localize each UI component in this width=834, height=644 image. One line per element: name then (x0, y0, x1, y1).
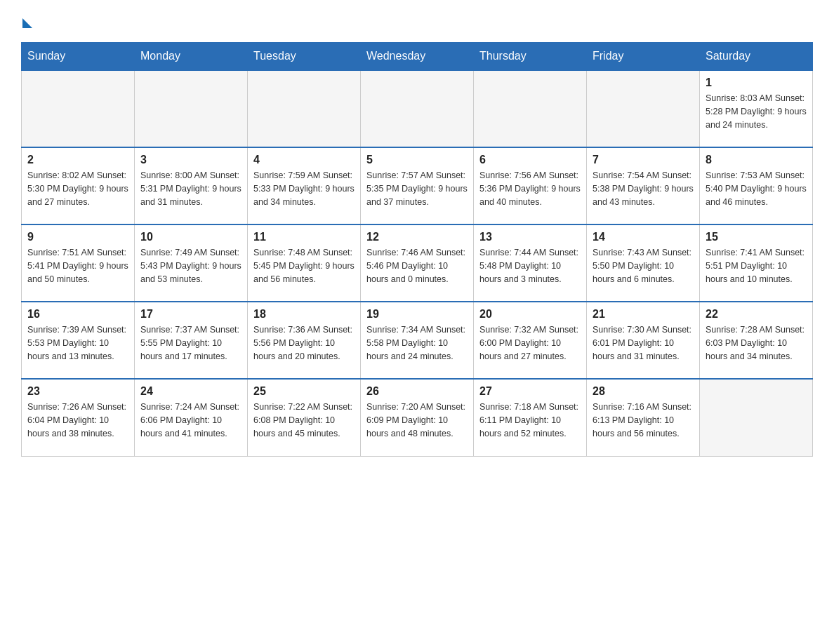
day-info: Sunrise: 7:26 AM Sunset: 6:04 PM Dayligh… (27, 401, 128, 440)
calendar-week-row: 23Sunrise: 7:26 AM Sunset: 6:04 PM Dayli… (22, 379, 813, 456)
day-number: 26 (366, 385, 468, 398)
calendar-header-saturday: Saturday (700, 43, 813, 71)
calendar-cell (135, 70, 248, 147)
day-number: 10 (140, 231, 241, 243)
day-info: Sunrise: 7:48 AM Sunset: 5:45 PM Dayligh… (253, 246, 355, 286)
day-number: 23 (27, 385, 128, 398)
logo-triangle-icon (22, 18, 32, 28)
calendar-cell: 26Sunrise: 7:20 AM Sunset: 6:09 PM Dayli… (361, 379, 474, 456)
calendar-cell: 3Sunrise: 8:00 AM Sunset: 5:31 PM Daylig… (135, 147, 248, 224)
day-info: Sunrise: 7:53 AM Sunset: 5:40 PM Dayligh… (706, 169, 807, 208)
day-number: 24 (140, 385, 241, 398)
day-number: 14 (593, 231, 694, 243)
day-number: 8 (706, 154, 807, 166)
day-info: Sunrise: 7:18 AM Sunset: 6:11 PM Dayligh… (479, 401, 581, 440)
day-info: Sunrise: 7:44 AM Sunset: 5:48 PM Dayligh… (479, 246, 581, 286)
day-number: 17 (140, 308, 241, 321)
logo (21, 14, 32, 28)
calendar-cell: 18Sunrise: 7:36 AM Sunset: 5:56 PM Dayli… (248, 302, 361, 379)
calendar-header-thursday: Thursday (474, 43, 587, 71)
day-number: 4 (253, 154, 355, 166)
calendar-header-monday: Monday (135, 43, 248, 71)
day-info: Sunrise: 7:37 AM Sunset: 5:55 PM Dayligh… (140, 323, 241, 363)
day-number: 2 (27, 154, 128, 166)
day-info: Sunrise: 7:54 AM Sunset: 5:38 PM Dayligh… (593, 169, 694, 208)
calendar-cell: 19Sunrise: 7:34 AM Sunset: 5:58 PM Dayli… (361, 302, 474, 379)
calendar-cell: 9Sunrise: 7:51 AM Sunset: 5:41 PM Daylig… (22, 224, 135, 302)
calendar-cell: 15Sunrise: 7:41 AM Sunset: 5:51 PM Dayli… (700, 224, 813, 302)
day-number: 5 (366, 154, 468, 166)
calendar-header-friday: Friday (587, 43, 700, 71)
calendar-cell: 27Sunrise: 7:18 AM Sunset: 6:11 PM Dayli… (474, 379, 587, 456)
day-number: 18 (253, 308, 355, 321)
day-number: 21 (593, 308, 694, 321)
calendar-cell: 22Sunrise: 7:28 AM Sunset: 6:03 PM Dayli… (700, 302, 813, 379)
calendar-cell (587, 70, 700, 147)
day-info: Sunrise: 7:22 AM Sunset: 6:08 PM Dayligh… (253, 401, 355, 440)
calendar-cell: 20Sunrise: 7:32 AM Sunset: 6:00 PM Dayli… (474, 302, 587, 379)
day-info: Sunrise: 7:28 AM Sunset: 6:03 PM Dayligh… (706, 323, 807, 363)
day-info: Sunrise: 7:32 AM Sunset: 6:00 PM Dayligh… (479, 323, 581, 363)
day-info: Sunrise: 8:00 AM Sunset: 5:31 PM Dayligh… (140, 169, 241, 208)
calendar-cell: 16Sunrise: 7:39 AM Sunset: 5:53 PM Dayli… (22, 302, 135, 379)
day-info: Sunrise: 7:49 AM Sunset: 5:43 PM Dayligh… (140, 246, 241, 286)
day-number: 20 (479, 308, 581, 321)
day-number: 15 (706, 231, 807, 243)
day-info: Sunrise: 7:46 AM Sunset: 5:46 PM Dayligh… (366, 246, 468, 286)
day-info: Sunrise: 8:02 AM Sunset: 5:30 PM Dayligh… (27, 169, 128, 208)
calendar-cell (248, 70, 361, 147)
day-info: Sunrise: 7:43 AM Sunset: 5:50 PM Dayligh… (593, 246, 694, 286)
calendar-cell: 13Sunrise: 7:44 AM Sunset: 5:48 PM Dayli… (474, 224, 587, 302)
calendar-cell (361, 70, 474, 147)
day-info: Sunrise: 7:30 AM Sunset: 6:01 PM Dayligh… (593, 323, 694, 363)
day-number: 22 (706, 308, 807, 321)
calendar-cell: 6Sunrise: 7:56 AM Sunset: 5:36 PM Daylig… (474, 147, 587, 224)
day-info: Sunrise: 8:03 AM Sunset: 5:28 PM Dayligh… (706, 92, 807, 131)
day-info: Sunrise: 7:16 AM Sunset: 6:13 PM Dayligh… (593, 401, 694, 440)
calendar-cell: 7Sunrise: 7:54 AM Sunset: 5:38 PM Daylig… (587, 147, 700, 224)
calendar-cell: 1Sunrise: 8:03 AM Sunset: 5:28 PM Daylig… (700, 70, 813, 147)
page-header (21, 14, 813, 28)
calendar-cell: 2Sunrise: 8:02 AM Sunset: 5:30 PM Daylig… (22, 147, 135, 224)
calendar-cell (700, 379, 813, 456)
day-info: Sunrise: 7:59 AM Sunset: 5:33 PM Dayligh… (253, 169, 355, 208)
day-info: Sunrise: 7:56 AM Sunset: 5:36 PM Dayligh… (479, 169, 581, 208)
calendar-header-sunday: Sunday (22, 43, 135, 71)
calendar-cell: 11Sunrise: 7:48 AM Sunset: 5:45 PM Dayli… (248, 224, 361, 302)
calendar-cell: 23Sunrise: 7:26 AM Sunset: 6:04 PM Dayli… (22, 379, 135, 456)
calendar-cell: 14Sunrise: 7:43 AM Sunset: 5:50 PM Dayli… (587, 224, 700, 302)
calendar-cell: 25Sunrise: 7:22 AM Sunset: 6:08 PM Dayli… (248, 379, 361, 456)
calendar-week-row: 16Sunrise: 7:39 AM Sunset: 5:53 PM Dayli… (22, 302, 813, 379)
day-info: Sunrise: 7:36 AM Sunset: 5:56 PM Dayligh… (253, 323, 355, 363)
day-number: 28 (593, 385, 694, 398)
calendar-header-wednesday: Wednesday (361, 43, 474, 71)
calendar-week-row: 1Sunrise: 8:03 AM Sunset: 5:28 PM Daylig… (22, 70, 813, 147)
calendar-header-row: SundayMondayTuesdayWednesdayThursdayFrid… (22, 43, 813, 71)
calendar-cell: 8Sunrise: 7:53 AM Sunset: 5:40 PM Daylig… (700, 147, 813, 224)
day-number: 1 (706, 76, 807, 89)
day-number: 6 (479, 154, 581, 166)
day-info: Sunrise: 7:24 AM Sunset: 6:06 PM Dayligh… (140, 401, 241, 440)
calendar-cell: 24Sunrise: 7:24 AM Sunset: 6:06 PM Dayli… (135, 379, 248, 456)
day-info: Sunrise: 7:20 AM Sunset: 6:09 PM Dayligh… (366, 401, 468, 440)
day-info: Sunrise: 7:34 AM Sunset: 5:58 PM Dayligh… (366, 323, 468, 363)
calendar-cell: 12Sunrise: 7:46 AM Sunset: 5:46 PM Dayli… (361, 224, 474, 302)
day-info: Sunrise: 7:51 AM Sunset: 5:41 PM Dayligh… (27, 246, 128, 286)
calendar-cell: 21Sunrise: 7:30 AM Sunset: 6:01 PM Dayli… (587, 302, 700, 379)
calendar-cell: 10Sunrise: 7:49 AM Sunset: 5:43 PM Dayli… (135, 224, 248, 302)
calendar-cell (474, 70, 587, 147)
calendar-cell: 17Sunrise: 7:37 AM Sunset: 5:55 PM Dayli… (135, 302, 248, 379)
day-info: Sunrise: 7:39 AM Sunset: 5:53 PM Dayligh… (27, 323, 128, 363)
calendar-table: SundayMondayTuesdayWednesdayThursdayFrid… (21, 42, 813, 457)
day-number: 16 (27, 308, 128, 321)
calendar-week-row: 2Sunrise: 8:02 AM Sunset: 5:30 PM Daylig… (22, 147, 813, 224)
day-info: Sunrise: 7:41 AM Sunset: 5:51 PM Dayligh… (706, 246, 807, 286)
calendar-cell: 28Sunrise: 7:16 AM Sunset: 6:13 PM Dayli… (587, 379, 700, 456)
day-number: 27 (479, 385, 581, 398)
day-number: 12 (366, 231, 468, 243)
day-number: 25 (253, 385, 355, 398)
calendar-header-tuesday: Tuesday (248, 43, 361, 71)
day-number: 7 (593, 154, 694, 166)
day-number: 11 (253, 231, 355, 243)
calendar-week-row: 9Sunrise: 7:51 AM Sunset: 5:41 PM Daylig… (22, 224, 813, 302)
